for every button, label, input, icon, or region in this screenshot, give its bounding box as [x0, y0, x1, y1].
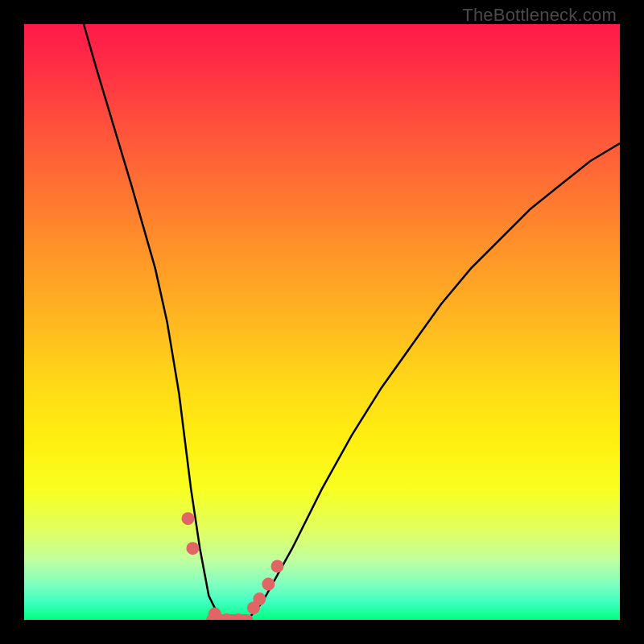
marker-dot — [186, 542, 199, 555]
marker-dot — [271, 559, 284, 572]
marker-dot — [208, 608, 221, 620]
plot-area — [24, 24, 620, 620]
marker-dot — [182, 512, 195, 525]
chart-frame: TheBottleneck.com — [0, 0, 644, 644]
curve-svg — [24, 24, 620, 620]
watermark-text: TheBottleneck.com — [462, 5, 617, 26]
marker-dot — [253, 592, 266, 605]
bottleneck-curve — [84, 24, 620, 620]
marker-dot — [262, 578, 275, 591]
